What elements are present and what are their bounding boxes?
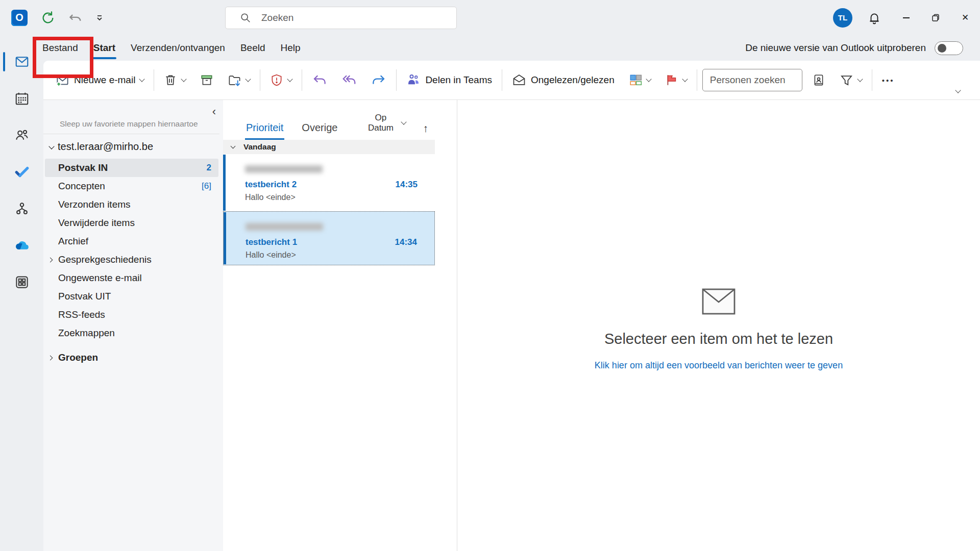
group-header-vandaag[interactable]: Vandaag xyxy=(223,140,435,154)
folder-gesprekgeschiedenis[interactable]: Gesprekgeschiedenis xyxy=(45,251,218,269)
folder-label: Zoekmappen xyxy=(58,328,115,339)
sort-direction-button[interactable]: ↑ xyxy=(423,122,429,140)
titlebar-right: TL ✕ xyxy=(833,0,980,35)
message-subject: testbericht 1 xyxy=(246,237,297,247)
undo-button[interactable] xyxy=(68,11,83,25)
sort-by-button[interactable]: Op Datum xyxy=(364,113,406,140)
navigation-rail xyxy=(0,35,43,551)
search-input[interactable] xyxy=(261,12,430,23)
menu-bar: Bestand Start Verzenden/ontvangen Beeld … xyxy=(43,35,980,61)
menu-start[interactable]: Start xyxy=(86,35,123,61)
menu-beeld[interactable]: Beeld xyxy=(233,35,273,61)
message-item-1[interactable]: testbericht 2 14:35 Hallo <einde> xyxy=(223,154,435,211)
folder-label: Groepen xyxy=(58,352,98,363)
report-shield-icon xyxy=(270,73,283,87)
unread-read-envelope-icon xyxy=(512,73,526,87)
menu-help[interactable]: Help xyxy=(273,35,308,61)
nav-todo[interactable] xyxy=(0,154,43,190)
filter-button[interactable] xyxy=(835,69,867,91)
search-bar[interactable] xyxy=(225,7,457,29)
delete-button[interactable] xyxy=(159,69,190,91)
archive-button[interactable] xyxy=(195,69,218,91)
todo-check-icon xyxy=(14,164,30,180)
unread-count-badge: 2 xyxy=(207,163,211,173)
sender-redacted xyxy=(245,165,323,173)
nav-onedrive[interactable] xyxy=(0,227,43,264)
forward-button[interactable] xyxy=(366,68,391,92)
try-new-outlook: De nieuwe versie van Outlook uitproberen xyxy=(745,41,980,55)
share-teams-button[interactable]: Delen in Teams xyxy=(402,69,497,91)
folder-groepen[interactable]: Groepen xyxy=(45,348,218,367)
try-new-outlook-label: De nieuwe versie van Outlook uitproberen xyxy=(745,42,926,54)
categorize-icon xyxy=(629,73,642,87)
chevron-down-icon xyxy=(287,76,293,82)
address-book-button[interactable] xyxy=(807,69,830,91)
nav-org[interactable] xyxy=(0,190,43,227)
new-email-label: Nieuwe e-mail xyxy=(74,74,135,86)
bell-icon xyxy=(868,11,881,24)
report-button[interactable] xyxy=(265,69,297,91)
reading-pane: Selecteer een item om het te lezen Klik … xyxy=(457,100,980,551)
new-email-button[interactable]: Nieuwe e-mail xyxy=(51,69,149,91)
tab-overige[interactable]: Overige xyxy=(301,122,338,140)
chevron-down-icon xyxy=(955,87,961,93)
tab-prioriteit[interactable]: Prioriteit xyxy=(245,122,284,140)
quick-access-toolbar: O xyxy=(0,10,103,26)
chevron-right-icon xyxy=(48,257,53,262)
folder-concepten[interactable]: Concepten [6] xyxy=(45,177,218,195)
menu-verzenden-ontvangen[interactable]: Verzenden/ontvangen xyxy=(123,35,233,61)
calendar-icon xyxy=(14,91,30,106)
minimize-button[interactable] xyxy=(891,5,921,31)
folder-verzonden-items[interactable]: Verzonden items xyxy=(45,195,218,214)
minimize-icon xyxy=(903,17,910,18)
toggle-knob xyxy=(938,44,946,53)
collapse-ribbon-button[interactable] xyxy=(951,86,965,96)
flag-icon xyxy=(665,73,678,87)
collapse-folder-pane-button[interactable]: ‹ xyxy=(212,106,216,117)
account-row[interactable]: test.leraar@mirho.be xyxy=(50,141,153,153)
people-search-input[interactable] xyxy=(702,69,802,91)
draft-count-badge: [6] xyxy=(202,181,211,191)
folder-verwijderde-items[interactable]: Verwijderde items xyxy=(45,214,218,232)
folder-postvak-uit[interactable]: Postvak UIT xyxy=(45,287,218,306)
new-email-icon xyxy=(56,73,69,87)
send-receive-sync-button[interactable] xyxy=(41,11,55,25)
unread-indicator xyxy=(224,212,226,264)
outlook-app-icon: O xyxy=(11,10,28,26)
sync-icon xyxy=(41,11,55,25)
restore-button[interactable] xyxy=(921,5,950,31)
folder-label: Gesprekgeschiedenis xyxy=(58,254,152,265)
folder-rss-feeds[interactable]: RSS-feeds xyxy=(45,306,218,324)
folder-zoekmappen[interactable]: Zoekmappen xyxy=(45,324,218,342)
reply-all-button[interactable] xyxy=(337,68,361,92)
nav-more-apps[interactable] xyxy=(0,264,43,300)
nav-people[interactable] xyxy=(0,117,43,154)
categorize-button[interactable] xyxy=(624,69,655,91)
message-item-2[interactable]: testbericht 1 14:34 Hallo <einde> xyxy=(223,211,435,265)
unread-read-button[interactable]: Ongelezen/gelezen xyxy=(507,69,619,91)
account-avatar[interactable]: TL xyxy=(833,8,852,28)
customize-toolbar-button[interactable] xyxy=(96,15,103,21)
more-options-button[interactable]: ••• xyxy=(877,72,899,89)
flag-button[interactable] xyxy=(660,69,692,91)
reply-button[interactable] xyxy=(307,68,332,92)
folder-postvak-in[interactable]: Postvak IN 2 xyxy=(45,159,218,177)
nav-calendar[interactable] xyxy=(0,80,43,117)
unread-indicator xyxy=(223,155,226,211)
chevron-down-icon xyxy=(181,76,187,82)
favorites-drop-hint: Sleep uw favoriete mappen hiernaartoe xyxy=(60,119,198,129)
content-area: ‹ Sleep uw favoriete mappen hiernaartoe … xyxy=(43,100,980,551)
folder-ongewenste-email[interactable]: Ongewenste e-mail xyxy=(45,269,218,287)
close-button[interactable]: ✕ xyxy=(950,5,980,31)
divider xyxy=(302,69,302,91)
divider xyxy=(502,69,502,91)
nav-mail[interactable] xyxy=(0,43,43,80)
new-outlook-toggle[interactable] xyxy=(935,41,963,55)
ribbon-toolbar: Nieuwe e-mail xyxy=(43,61,980,100)
chevron-down-icon xyxy=(401,119,406,124)
folder-archief[interactable]: Archief xyxy=(45,232,218,251)
notifications-button[interactable] xyxy=(868,11,881,24)
move-to-button[interactable] xyxy=(223,69,255,91)
group-header-label: Vandaag xyxy=(243,142,276,152)
always-preview-link[interactable]: Klik hier om altijd een voorbeeld van be… xyxy=(595,360,843,371)
